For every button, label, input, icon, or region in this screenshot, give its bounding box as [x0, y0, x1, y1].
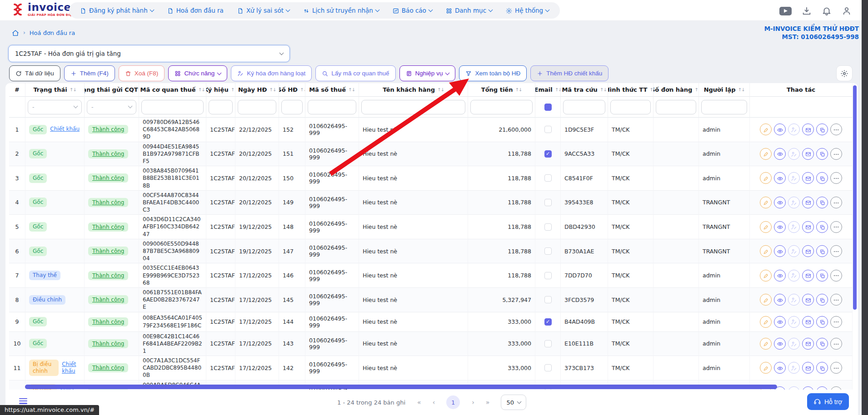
nav-output-invoices[interactable]: Hoá đơn đầu ra	[167, 7, 224, 14]
nav-categories[interactable]: Danh mục	[446, 7, 492, 14]
copy-button[interactable]	[816, 245, 828, 257]
send-email-button[interactable]	[802, 245, 814, 257]
invoice-type-select[interactable]: 1C25TAF - Hóa đơn giá trị gia tăng	[8, 45, 290, 62]
view-button[interactable]	[774, 270, 786, 282]
col-creator-header[interactable]: Người lập↑↓	[699, 83, 750, 97]
filter-date-input[interactable]	[238, 100, 276, 114]
prev-page-button[interactable]: ‹	[433, 399, 435, 406]
col-lookup-header[interactable]: Mã tra cứu↑↓	[561, 83, 608, 97]
email-checkbox[interactable]	[544, 272, 552, 279]
copy-button[interactable]	[816, 362, 828, 374]
sign-button[interactable]	[788, 316, 800, 328]
col-payment-header[interactable]: Hình thức TT↑↓	[608, 83, 653, 97]
copy-button[interactable]	[816, 294, 828, 306]
sort-icon[interactable]: ↑↓	[437, 87, 444, 92]
edit-button[interactable]	[760, 197, 772, 208]
sign-button[interactable]	[788, 221, 800, 233]
filter-status-select[interactable]: -	[28, 100, 82, 114]
more-actions-button[interactable]	[830, 245, 842, 257]
send-email-button[interactable]	[802, 294, 814, 306]
send-email-button[interactable]	[802, 338, 814, 350]
edit-button[interactable]	[760, 245, 772, 257]
sort-icon[interactable]: ↑↓	[600, 87, 607, 92]
sign-button[interactable]	[788, 270, 800, 282]
filter-number-input[interactable]	[281, 100, 303, 114]
send-email-button[interactable]	[802, 270, 814, 282]
send-email-button[interactable]	[802, 197, 814, 208]
sort-icon[interactable]: ↑↓	[555, 87, 561, 92]
edit-button[interactable]	[760, 270, 772, 282]
more-actions-button[interactable]	[830, 124, 842, 135]
youtube-icon[interactable]	[779, 7, 792, 15]
view-button[interactable]	[774, 197, 786, 208]
nav-transfer-history[interactable]: Lịch sử truyền nhận	[303, 7, 379, 14]
sort-icon[interactable]: ↑↓	[738, 87, 745, 92]
filter-lookup-input[interactable]	[563, 100, 605, 114]
more-actions-button[interactable]	[830, 172, 842, 184]
copy-button[interactable]	[816, 124, 828, 135]
sort-icon[interactable]: ↑↓	[269, 87, 276, 92]
send-status-link[interactable]: Thành công	[88, 295, 128, 304]
send-email-button[interactable]	[802, 221, 814, 233]
sign-button[interactable]	[788, 245, 800, 257]
edit-button[interactable]	[760, 294, 772, 306]
send-email-button[interactable]	[802, 316, 814, 328]
sort-icon[interactable]: ↑↓	[231, 87, 235, 92]
view-button[interactable]	[774, 294, 786, 306]
current-page-button[interactable]: 1	[446, 395, 460, 409]
send-status-link[interactable]: Thành công	[88, 247, 128, 256]
copy-button[interactable]	[816, 270, 828, 282]
user-icon[interactable]	[842, 6, 852, 16]
filter-creator-input[interactable]	[701, 100, 747, 114]
filter-customer-input[interactable]	[361, 100, 465, 114]
page-size-select[interactable]: 50	[501, 395, 526, 410]
more-actions-button[interactable]	[830, 197, 842, 208]
support-button[interactable]: Hỗ trợ	[807, 393, 849, 410]
edit-button[interactable]	[760, 362, 772, 374]
email-checkbox[interactable]	[544, 126, 552, 133]
email-checkbox[interactable]	[544, 340, 552, 347]
send-status-link[interactable]: Thành công	[88, 317, 128, 326]
edit-button[interactable]	[760, 148, 772, 160]
send-status-link[interactable]: Thành công	[88, 149, 128, 158]
view-button[interactable]	[774, 316, 786, 328]
send-status-link[interactable]: Thành công	[88, 125, 128, 134]
col-email-header[interactable]: Email↑↓	[535, 83, 561, 97]
functions-button[interactable]: Chức năng	[168, 65, 227, 81]
col-date-header[interactable]: Ngày HĐ↑↓	[235, 83, 279, 97]
copy-button[interactable]	[816, 197, 828, 208]
col-symbol-header[interactable]: Ký hiệu↑↓	[206, 83, 235, 97]
view-button[interactable]	[774, 124, 786, 135]
view-all-invoices-button[interactable]: Xem toàn bộ HĐ	[459, 65, 527, 81]
bell-icon[interactable]	[822, 6, 832, 16]
filter-payment-input[interactable]	[610, 100, 651, 114]
send-status-link[interactable]: Thành công	[88, 222, 128, 232]
bulk-sign-button[interactable]: Ký hóa đơn hàng loạt	[231, 65, 312, 81]
nav-system[interactable]: Hệ thống	[506, 7, 549, 14]
vertical-scrollbar[interactable]	[853, 85, 857, 310]
table-settings-button[interactable]	[836, 65, 853, 81]
more-actions-button[interactable]	[830, 270, 842, 282]
more-actions-button[interactable]	[830, 221, 842, 233]
send-email-button[interactable]	[802, 148, 814, 160]
sign-button[interactable]	[788, 197, 800, 208]
more-actions-button[interactable]	[830, 294, 842, 306]
more-actions-button[interactable]	[830, 148, 842, 160]
email-checkbox[interactable]	[544, 199, 552, 206]
get-tax-authority-code-button[interactable]: Lấy mã cơ quan thuế	[315, 65, 395, 81]
sort-icon[interactable]: ↑↓	[649, 87, 653, 92]
sort-icon[interactable]: ↑↓	[694, 87, 699, 92]
next-page-button[interactable]: ›	[472, 399, 474, 406]
sign-button[interactable]	[788, 294, 800, 306]
nav-error-handling[interactable]: Xử lý sai sót	[237, 7, 289, 14]
filter-email-checkbox[interactable]	[544, 104, 552, 111]
sign-button[interactable]	[788, 172, 800, 184]
horizontal-scrollbar[interactable]	[25, 385, 777, 389]
sign-button[interactable]	[788, 148, 800, 160]
email-checkbox[interactable]	[544, 364, 552, 371]
more-actions-button[interactable]	[830, 362, 842, 374]
email-checkbox[interactable]	[544, 247, 552, 255]
col-total-header[interactable]: Tổng tiền↑↓	[468, 83, 535, 97]
last-page-button[interactable]: »	[486, 399, 489, 406]
send-email-button[interactable]	[802, 172, 814, 184]
